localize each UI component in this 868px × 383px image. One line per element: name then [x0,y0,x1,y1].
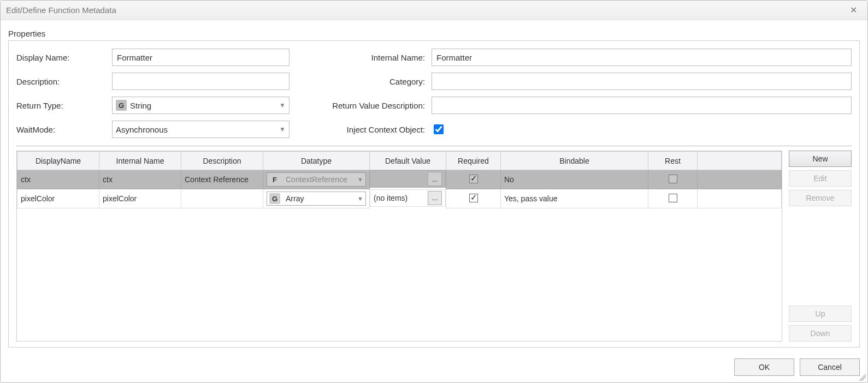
label-return-type: Return Type: [16,101,112,110]
cancel-button[interactable]: Cancel [800,358,860,376]
content: Properties Display Name: Internal Name: … [1,20,867,353]
label-internal-name: Internal Name: [311,53,432,62]
params-table-wrap: DisplayName Internal Name Description Da… [16,151,782,342]
new-button[interactable]: New [789,151,852,167]
section-label: Properties [8,29,860,38]
cell-description[interactable] [181,189,263,208]
chevron-down-icon: ▼ [279,125,286,133]
table-row[interactable]: ctxctxContext ReferenceFContextReference… [17,170,782,189]
return-type-value: String [130,101,279,110]
cell-display-name[interactable]: pixelColor [17,189,99,208]
wait-mode-value: Asynchronous [116,125,279,134]
cell-rest[interactable] [648,170,698,189]
properties-box: Display Name: Internal Name: Description… [8,40,860,348]
close-button[interactable]: ✕ [845,4,862,17]
datatype-value: ContextReference [284,175,357,184]
return-value-description-field[interactable] [432,97,852,114]
required-checkbox[interactable] [469,194,478,202]
cell-datatype[interactable]: GArray▼ [263,189,370,208]
cell-spacer [698,189,782,208]
datatype-select[interactable]: GArray▼ [267,192,366,206]
dialog-title: Edit/Define Function Metadata [6,5,116,15]
separator [16,146,852,146]
col-header[interactable]: Required [446,152,501,170]
titlebar: Edit/Define Function Metadata ✕ [1,1,867,20]
cell-default-value[interactable]: (no items)... [370,189,446,207]
col-header[interactable]: Internal Name [99,152,181,170]
datatype-select[interactable]: FContextReference▼ [267,172,366,187]
cell-display-name[interactable]: ctx [17,170,99,189]
cell-required[interactable] [446,189,501,208]
dialog: Edit/Define Function Metadata ✕ Properti… [0,0,868,383]
col-header[interactable]: Datatype [263,152,370,170]
label-return-value-description: Return Value Description: [311,101,432,110]
col-header[interactable]: DisplayName [17,152,99,170]
cell-description[interactable]: Context Reference [181,170,263,189]
col-header-spacer [698,152,782,170]
rest-checkbox[interactable] [669,194,677,202]
resize-grip[interactable] [858,373,866,381]
down-button[interactable]: Down [789,325,852,342]
label-wait-mode: WaitMode: [16,125,112,134]
footer: OK Cancel [1,353,867,382]
col-header[interactable]: Default Value [370,152,446,170]
default-value-picker-button[interactable]: ... [428,172,442,186]
cell-spacer [698,170,782,189]
rest-checkbox[interactable] [669,175,677,183]
cell-bindable[interactable]: Yes, pass value [501,189,648,208]
cell-rest[interactable] [648,189,698,208]
default-value-picker-button[interactable]: ... [428,191,442,205]
cell-default-value[interactable]: ... [370,170,446,188]
grid-area: DisplayName Internal Name Description Da… [16,151,852,342]
inject-context-checkbox[interactable] [434,124,444,134]
wait-mode-select[interactable]: Asynchronous ▼ [112,121,290,138]
cell-internal-name[interactable]: ctx [99,170,181,189]
type-badge: G [269,193,280,204]
edit-button[interactable]: Edit [789,170,852,187]
chevron-down-icon: ▼ [279,101,286,109]
side-buttons: New Edit Remove Up Down [789,151,852,342]
table-row[interactable]: pixelColorpixelColorGArray▼(no items)...… [17,189,782,208]
col-header[interactable]: Bindable [501,152,648,170]
cell-required[interactable] [446,170,501,189]
close-icon: ✕ [850,5,857,15]
chevron-down-icon: ▼ [357,176,363,183]
chevron-down-icon: ▼ [357,195,363,202]
label-inject-context: Inject Context Object: [311,125,432,134]
category-field[interactable] [432,73,852,90]
required-checkbox[interactable] [469,175,478,183]
up-button[interactable]: Up [789,306,852,322]
form-grid: Display Name: Internal Name: Description… [16,49,852,138]
col-header[interactable]: Rest [648,152,698,170]
params-table: DisplayName Internal Name Description Da… [17,151,782,208]
cell-datatype[interactable]: FContextReference▼ [263,170,370,189]
datatype-value: Array [284,194,357,203]
cell-bindable[interactable]: No [501,170,648,189]
description-field[interactable] [112,73,290,90]
cell-internal-name[interactable]: pixelColor [99,189,181,208]
label-description: Description: [16,77,112,86]
label-display-name: Display Name: [16,53,112,62]
return-type-badge: G [116,100,127,111]
default-value-text: (no items) [374,194,424,202]
col-header[interactable]: Description [181,152,263,170]
remove-button[interactable]: Remove [789,190,852,206]
label-category: Category: [311,77,432,86]
return-type-select[interactable]: G String ▼ [112,97,290,114]
ok-button[interactable]: OK [734,358,794,376]
display-name-field[interactable] [112,49,290,66]
type-badge: F [269,174,280,185]
internal-name-field[interactable] [432,49,852,66]
